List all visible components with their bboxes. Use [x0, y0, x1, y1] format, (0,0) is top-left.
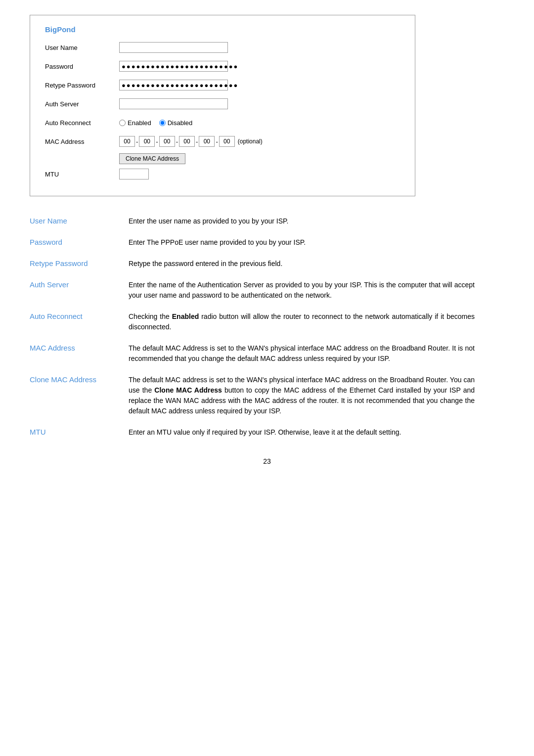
page-number: 23: [30, 457, 504, 465]
password-row: Password ●●●●●●●●●●●●●●●●●●●●●●●●: [45, 59, 400, 73]
desc-mtu: MTU Enter an MTU value only if required …: [30, 427, 475, 438]
desc-term-clone-mac: Clone MAC Address: [30, 375, 129, 384]
mtu-row: MTU 1500: [45, 167, 400, 181]
mtu-label: MTU: [45, 171, 119, 178]
auto-reconnect-row: Auto Reconnect Enabled Disabled: [45, 116, 400, 130]
mac-field-2[interactable]: [139, 136, 155, 147]
mac-sep-5: -: [215, 138, 219, 145]
mac-fields-group: - - - - - (optional): [119, 136, 263, 147]
description-section: User Name Enter the user name as provide…: [30, 216, 475, 438]
retype-password-input[interactable]: ●●●●●●●●●●●●●●●●●●●●●●●●: [119, 80, 228, 90]
desc-term-password: Password: [30, 237, 129, 246]
disabled-radio-label[interactable]: Disabled: [159, 119, 193, 127]
section-title: BigPond: [45, 25, 400, 34]
desc-def-retype-password: Retype the password entered in the previ…: [129, 259, 475, 269]
desc-def-auto-reconnect: Checking the Enabled radio button will a…: [129, 311, 475, 332]
mac-field-5[interactable]: [199, 136, 215, 147]
disabled-radio[interactable]: [159, 120, 166, 126]
disabled-label: Disabled: [168, 119, 193, 127]
desc-clone-mac: Clone MAC Address The default MAC addres…: [30, 375, 475, 416]
mac-optional-label: (optional): [238, 138, 263, 145]
desc-mac-address: MAC Address The default MAC Address is s…: [30, 343, 475, 364]
auth-server-input[interactable]: [119, 98, 228, 109]
desc-def-mac-address: The default MAC Address is set to the WA…: [129, 343, 475, 364]
enabled-radio-label[interactable]: Enabled: [119, 119, 151, 127]
auto-reconnect-label: Auto Reconnect: [45, 119, 119, 127]
auto-reconnect-group: Enabled Disabled: [119, 119, 192, 127]
desc-auto-reconnect: Auto Reconnect Checking the Enabled radi…: [30, 311, 475, 332]
user-name-row: User Name: [45, 41, 400, 54]
retype-password-label: Retype Password: [45, 82, 119, 89]
desc-def-clone-mac: The default MAC address is set to the WA…: [129, 375, 475, 416]
mac-field-4[interactable]: [179, 136, 195, 147]
mac-sep-2: -: [155, 138, 159, 145]
clone-btn-row: Clone MAC Address: [119, 153, 400, 164]
mac-sep-4: -: [195, 138, 199, 145]
desc-term-mtu: MTU: [30, 427, 129, 436]
user-name-input[interactable]: [119, 42, 228, 53]
password-label: Password: [45, 63, 119, 70]
mac-field-3[interactable]: [159, 136, 175, 147]
desc-def-user-name: Enter the user name as provided to you b…: [129, 216, 475, 226]
desc-user-name: User Name Enter the user name as provide…: [30, 216, 475, 226]
desc-term-auth-server: Auth Server: [30, 280, 129, 289]
desc-auth-server: Auth Server Enter the name of the Authen…: [30, 280, 475, 301]
mac-address-row: MAC Address - - - - - (optional): [45, 134, 400, 148]
user-name-label: User Name: [45, 44, 119, 51]
clone-mac-button[interactable]: Clone MAC Address: [119, 153, 185, 164]
desc-term-auto-reconnect: Auto Reconnect: [30, 311, 129, 320]
auth-server-label: Auth Server: [45, 100, 119, 108]
desc-password: Password Enter The PPPoE user name provi…: [30, 237, 475, 248]
mac-sep-3: -: [175, 138, 179, 145]
mtu-input[interactable]: 1500: [119, 169, 149, 179]
password-input[interactable]: ●●●●●●●●●●●●●●●●●●●●●●●●: [119, 61, 228, 72]
mac-sep-1: -: [135, 138, 139, 145]
desc-term-user-name: User Name: [30, 216, 129, 225]
mac-address-label: MAC Address: [45, 138, 119, 145]
desc-def-mtu: Enter an MTU value only if required by y…: [129, 427, 475, 438]
desc-def-password: Enter The PPPoE user name provided to yo…: [129, 237, 475, 248]
enabled-label: Enabled: [128, 119, 151, 127]
desc-retype-password: Retype Password Retype the password ente…: [30, 259, 475, 269]
enabled-radio[interactable]: [119, 120, 126, 126]
mac-field-6[interactable]: [219, 136, 235, 147]
desc-def-auth-server: Enter the name of the Authentication Ser…: [129, 280, 475, 301]
desc-term-mac-address: MAC Address: [30, 343, 129, 352]
bigpond-form-box: BigPond User Name Password ●●●●●●●●●●●●●…: [30, 15, 415, 196]
mac-field-1[interactable]: [119, 136, 135, 147]
auth-server-row: Auth Server: [45, 97, 400, 111]
retype-password-row: Retype Password ●●●●●●●●●●●●●●●●●●●●●●●●: [45, 78, 400, 92]
desc-term-retype-password: Retype Password: [30, 259, 129, 267]
